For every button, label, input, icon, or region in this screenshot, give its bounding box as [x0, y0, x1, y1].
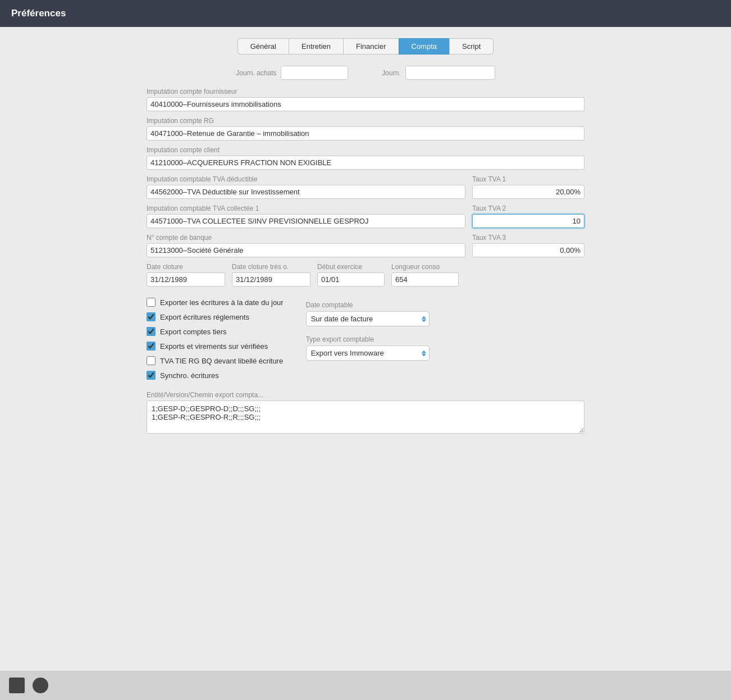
- imputation-rg-label: Imputation compte RG: [147, 117, 584, 125]
- journ-label: Journ.: [382, 69, 400, 77]
- imputation-tva-deductible-input[interactable]: [147, 185, 465, 199]
- tab-entretien[interactable]: Entretien: [289, 38, 343, 54]
- type-export-select[interactable]: Export vers Immoware Export vers autre: [306, 346, 430, 361]
- taux-tva2-group: Taux TVA 2: [472, 204, 584, 228]
- imputation-fournisseur-group: Imputation compte fournisseur: [147, 88, 584, 111]
- date-row: Date cloture Date cloture trés o. Début …: [147, 263, 584, 287]
- date-cloture-treso-input[interactable]: [232, 272, 310, 287]
- imputation-rg-input[interactable]: [147, 126, 584, 140]
- checkbox-col: Exporter les écritures à la date du jour…: [147, 298, 284, 380]
- date-comptable-label: Date comptable: [306, 301, 430, 309]
- checkbox-synchro[interactable]: Synchro. écritures: [147, 371, 284, 380]
- checkbox-export-date-label: Exporter les écritures à la date du jour: [160, 298, 284, 307]
- bottombar: [0, 671, 731, 700]
- stop-button[interactable]: [9, 678, 25, 693]
- imputation-tva-deductible-group: Imputation comptable TVA déductible: [147, 175, 465, 199]
- imputation-client-label: Imputation compte client: [147, 146, 584, 154]
- imputation-tva-deductible-label: Imputation comptable TVA déductible: [147, 175, 465, 183]
- longueur-conso-input[interactable]: [391, 272, 459, 287]
- imputation-tva-collectee-label: Imputation comptable TVA collectée 1: [147, 204, 465, 212]
- checkbox-export-reglements-label: Export écritures réglements: [160, 313, 249, 321]
- checkbox-export-date-input[interactable]: [147, 298, 156, 307]
- date-cloture-label: Date cloture: [147, 263, 225, 271]
- checkbox-exports-virements[interactable]: Exports et virements sur vérifiées: [147, 342, 284, 351]
- compte-banque-input[interactable]: [147, 243, 465, 257]
- debut-exercice-group: Début exercice: [317, 263, 385, 287]
- record-button[interactable]: [33, 678, 48, 693]
- debut-exercice-input[interactable]: [317, 272, 385, 287]
- checkbox-export-comptes-tiers[interactable]: Export comptes tiers: [147, 327, 284, 336]
- date-cloture-input[interactable]: [147, 272, 225, 287]
- taux-tva1-input[interactable]: [472, 185, 584, 199]
- taux-tva1-group: Taux TVA 1: [472, 175, 584, 199]
- taux-tva2-label: Taux TVA 2: [472, 204, 584, 212]
- checkbox-export-comptes-tiers-input[interactable]: [147, 327, 156, 336]
- checkbox-export-reglements[interactable]: Export écritures réglements: [147, 312, 284, 321]
- imputation-client-input[interactable]: [147, 156, 584, 170]
- tab-compta[interactable]: Compta: [399, 38, 450, 54]
- compte-banque-row: N° compte de banque Taux TVA 3: [147, 234, 584, 257]
- checkbox-section: Exporter les écritures à la date du jour…: [147, 298, 584, 380]
- journ-achats-group: Journ. achats: [236, 66, 348, 80]
- tab-general[interactable]: Général: [237, 38, 289, 54]
- journ-row: Journ. achats Journ.: [147, 66, 584, 80]
- titlebar-title: Préférences: [11, 8, 66, 19]
- longueur-conso-group: Longueur conso: [391, 263, 459, 287]
- dropdowns-col: Date comptable Sur date de facture Sur d…: [306, 301, 430, 380]
- debut-exercice-label: Début exercice: [317, 263, 385, 271]
- tva-deductible-row: Imputation comptable TVA déductible Taux…: [147, 175, 584, 199]
- entity-label: Entité/Version/Chemin export compta...: [147, 391, 584, 399]
- journ-input[interactable]: [405, 66, 495, 80]
- date-comptable-select-wrapper: Sur date de facture Sur date de règlemen…: [306, 311, 430, 326]
- tabs-container: Général Entretien Financier Compta Scrip…: [17, 38, 714, 54]
- tab-financier[interactable]: Financier: [343, 38, 398, 54]
- checkbox-synchro-label: Synchro. écritures: [160, 371, 219, 380]
- imputation-client-group: Imputation compte client: [147, 146, 584, 170]
- titlebar: Préférences: [0, 0, 731, 27]
- journ-group: Journ.: [382, 66, 495, 80]
- compte-banque-label: N° compte de banque: [147, 234, 465, 242]
- taux-tva2-input[interactable]: [472, 214, 584, 228]
- date-cloture-group: Date cloture: [147, 263, 225, 287]
- date-comptable-group: Date comptable Sur date de facture Sur d…: [306, 301, 430, 326]
- form-container: Journ. achats Journ. Imputation compte f…: [147, 66, 584, 447]
- main-content: Général Entretien Financier Compta Scrip…: [0, 27, 731, 671]
- longueur-conso-label: Longueur conso: [391, 263, 459, 271]
- date-cloture-treso-group: Date cloture trés o.: [232, 263, 310, 287]
- imputation-tva-collectee-group: Imputation comptable TVA collectée 1: [147, 204, 465, 228]
- type-export-select-wrapper: Export vers Immoware Export vers autre: [306, 346, 430, 361]
- tab-script[interactable]: Script: [449, 38, 494, 54]
- checkbox-export-reglements-input[interactable]: [147, 312, 156, 321]
- journ-achats-label: Journ. achats: [236, 69, 276, 77]
- checkbox-exports-virements-label: Exports et virements sur vérifiées: [160, 342, 268, 351]
- taux-tva3-group: Taux TVA 3: [472, 234, 584, 257]
- imputation-rg-group: Imputation compte RG: [147, 117, 584, 140]
- type-export-label: Type export comptable: [306, 335, 430, 343]
- checkbox-tva-tie[interactable]: TVA TIE RG BQ devant libellé écriture: [147, 356, 284, 365]
- journ-achats-input[interactable]: [281, 66, 348, 80]
- entity-section: Entité/Version/Chemin export compta... 1…: [147, 391, 584, 435]
- entity-textarea[interactable]: 1;GESP-D;;GESPRO-D;;D;;;SG;;; 1;GESP-R;;…: [147, 401, 584, 434]
- taux-tva1-label: Taux TVA 1: [472, 175, 584, 183]
- checkbox-tva-tie-label: TVA TIE RG BQ devant libellé écriture: [160, 357, 283, 365]
- checkbox-tva-tie-input[interactable]: [147, 356, 156, 365]
- checkbox-exports-virements-input[interactable]: [147, 342, 156, 351]
- date-comptable-select[interactable]: Sur date de facture Sur date de règlemen…: [306, 311, 430, 326]
- imputation-fournisseur-label: Imputation compte fournisseur: [147, 88, 584, 96]
- checkbox-export-comptes-tiers-label: Export comptes tiers: [160, 328, 227, 336]
- imputation-fournisseur-input[interactable]: [147, 97, 584, 111]
- taux-tva3-input[interactable]: [472, 243, 584, 257]
- compte-banque-group: N° compte de banque: [147, 234, 465, 257]
- checkbox-export-date[interactable]: Exporter les écritures à la date du jour: [147, 298, 284, 307]
- checkbox-synchro-input[interactable]: [147, 371, 156, 380]
- type-export-group: Type export comptable Export vers Immowa…: [306, 335, 430, 361]
- imputation-tva-collectee-input[interactable]: [147, 214, 465, 228]
- tva-collectee-row: Imputation comptable TVA collectée 1 Tau…: [147, 204, 584, 228]
- date-cloture-treso-label: Date cloture trés o.: [232, 263, 310, 271]
- taux-tva3-label: Taux TVA 3: [472, 234, 584, 242]
